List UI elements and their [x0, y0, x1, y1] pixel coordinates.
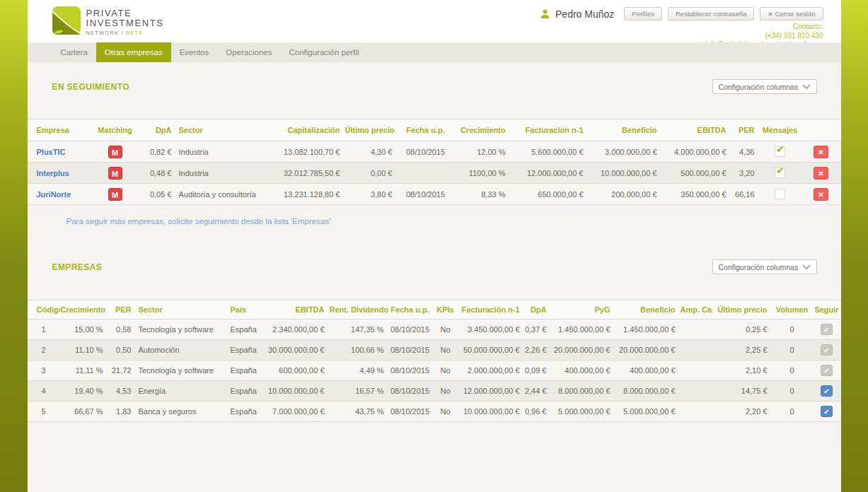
tab-otras-empresas[interactable]: Otras empresas	[96, 42, 171, 62]
follow-note: Para seguir más empresas, solicite segui…	[66, 217, 841, 226]
cell-facturacion: 5.600.000,00 €	[510, 141, 588, 163]
remove-button[interactable]: ✕	[814, 167, 828, 180]
follow-checkbox[interactable]: ✔	[821, 365, 833, 376]
column-header: KPIs	[432, 300, 459, 320]
cell-fecha: 08/10/2015	[388, 361, 432, 381]
column-header: Beneficio	[615, 300, 680, 320]
main-content: EN SEGUIMIENTO Configuración columnas Em…	[28, 62, 841, 422]
cell-sector: Energía	[136, 381, 228, 402]
cell-mensajes: ✔	[759, 141, 802, 163]
cell-facturacion: 650.000,00 €	[510, 184, 588, 205]
cell-matching: M	[91, 163, 139, 184]
cell-volumen: 0	[772, 340, 813, 361]
cell-dpa: 0,05 €	[139, 184, 176, 205]
close-x-icon: ✕	[768, 11, 772, 18]
nav-tabs: CarteraOtras empresasEventosOperacionesC…	[28, 42, 841, 62]
cell-kpis: No	[432, 361, 459, 381]
column-header: Beneficio	[588, 119, 661, 141]
column-header: PER	[108, 300, 136, 320]
cell-crecimiento: 66,67 %	[60, 402, 108, 422]
cell-kpis: No	[432, 402, 459, 422]
tab-eventos[interactable]: Eventos	[171, 42, 218, 62]
cell-amp_cap	[680, 402, 712, 422]
cell-per: 0,58	[108, 320, 136, 340]
cell-crecimiento: 15,00 %	[60, 320, 108, 340]
cell-dpa: 0,37 €	[524, 320, 551, 340]
follow-checkbox[interactable]: ✔	[821, 324, 833, 335]
follow-checkbox[interactable]: ✔	[821, 406, 833, 417]
empresa-row: 566,67 %1,83Banca y segurosEspaña7.000.0…	[28, 402, 841, 422]
company-link[interactable]: PlusTIC	[37, 148, 66, 156]
perfiles-button[interactable]: Perfiles	[624, 7, 662, 20]
seguimiento-column-config[interactable]: Configuración columnas	[712, 79, 817, 94]
cell-kpis: No	[432, 340, 459, 361]
cell-capitalizacion: 13.231.128,80 €	[282, 184, 345, 205]
cell-per: 0,50	[108, 340, 136, 361]
cell-fecha: 08/10/2015	[388, 381, 432, 402]
cell-rent_dividendo: 100,66 %	[329, 340, 388, 361]
column-header: Sector	[136, 300, 228, 320]
cell-rent_dividendo: 43,75 %	[329, 402, 388, 422]
cell-fecha: 08/10/2015	[388, 320, 432, 340]
tab-operaciones[interactable]: Operaciones	[217, 42, 280, 62]
cell-beneficio: 5.000.000,00 €	[615, 402, 680, 422]
logout-label: Cerrar sesión	[775, 10, 815, 18]
column-header: Amp. Cap	[680, 300, 712, 320]
cell-pais: España	[228, 340, 262, 361]
remove-button[interactable]: ✕	[814, 188, 828, 201]
cell-capitalizacion: 32.012.785,50 €	[282, 163, 345, 184]
cell-kpis: No	[432, 381, 459, 402]
cell-pais: España	[228, 361, 262, 381]
column-header: Facturación n-1	[510, 119, 588, 141]
cell-per: 1,83	[108, 402, 136, 422]
tab-configuraci-n-perfil[interactable]: Configuración perfil	[280, 42, 367, 62]
seguimiento-title: EN SEGUIMIENTO	[52, 82, 129, 92]
cell-ultimo_precio: 14,75 €	[712, 381, 772, 402]
cell-crecimiento: 1100,00 %	[455, 163, 510, 184]
cell-pyg: 8.000.000,00 €	[551, 381, 615, 402]
reset-password-button[interactable]: Restablecer contraseña	[668, 7, 754, 20]
follow-checkbox[interactable]: ✔	[821, 344, 833, 356]
column-header: DpA	[139, 119, 176, 141]
chevron-down-icon	[802, 264, 811, 270]
cell-ebitda: 10.000.000,00 €	[262, 381, 329, 402]
cell-sector: Tecnología y software	[136, 361, 228, 381]
remove-button[interactable]: ✕	[814, 146, 828, 158]
cell-per: 4,53	[108, 381, 136, 402]
cell-actions: ✕	[802, 141, 841, 163]
cell-ultimo_precio: 0,00 €	[345, 163, 397, 184]
cell-dpa: 0,09 €	[524, 361, 551, 381]
messages-checkbox[interactable]	[775, 189, 785, 199]
column-config-label: Configuración columnas	[719, 263, 799, 271]
cell-capitalizacion: 13.082.100,70 €	[282, 141, 345, 163]
cell-matching: M	[91, 184, 139, 205]
follow-checkbox[interactable]: ✔	[821, 385, 833, 397]
cell-beneficio: 1.450.000,00 €	[615, 320, 680, 340]
column-header: PER	[731, 119, 759, 141]
column-header: País	[228, 300, 262, 320]
check-icon: ✔	[776, 165, 785, 176]
company-link[interactable]: Interplus	[37, 169, 69, 177]
matching-badge: M	[108, 146, 122, 158]
cell-empresa: PlusTIC	[28, 141, 91, 163]
cell-actions: ✕	[802, 163, 841, 184]
cell-pais: España	[228, 402, 262, 422]
empresas-column-config[interactable]: Configuración columnas	[712, 259, 817, 274]
messages-checkbox[interactable]: ✔	[775, 146, 785, 157]
chevron-down-icon	[802, 84, 811, 90]
cell-facturacion: 3.450.000,00 €	[459, 320, 524, 340]
cell-ultimo_precio: 0,25 €	[712, 320, 772, 340]
cell-codigo: 2	[28, 340, 60, 361]
company-link[interactable]: JuriNorte	[37, 190, 71, 199]
brand-subtitle: NETWORK / BETA	[86, 30, 164, 36]
cell-facturacion: 12.000.000,00 €	[510, 163, 588, 184]
cell-facturacion: 10.000.000,00 €	[459, 402, 524, 422]
cell-fecha: 08/10/2015	[388, 340, 432, 361]
tab-cartera[interactable]: Cartera	[52, 42, 96, 62]
matching-badge: M	[108, 188, 122, 201]
empresa-row: 115,00 %0,58Tecnología y softwareEspaña2…	[28, 320, 841, 340]
column-header: Facturación n-1	[459, 300, 524, 320]
logout-button[interactable]: ✕Cerrar sesión	[760, 7, 823, 20]
empresa-row: 311,11 %21,72Tecnología y softwareEspaña…	[28, 361, 841, 381]
messages-checkbox[interactable]: ✔	[775, 168, 785, 178]
